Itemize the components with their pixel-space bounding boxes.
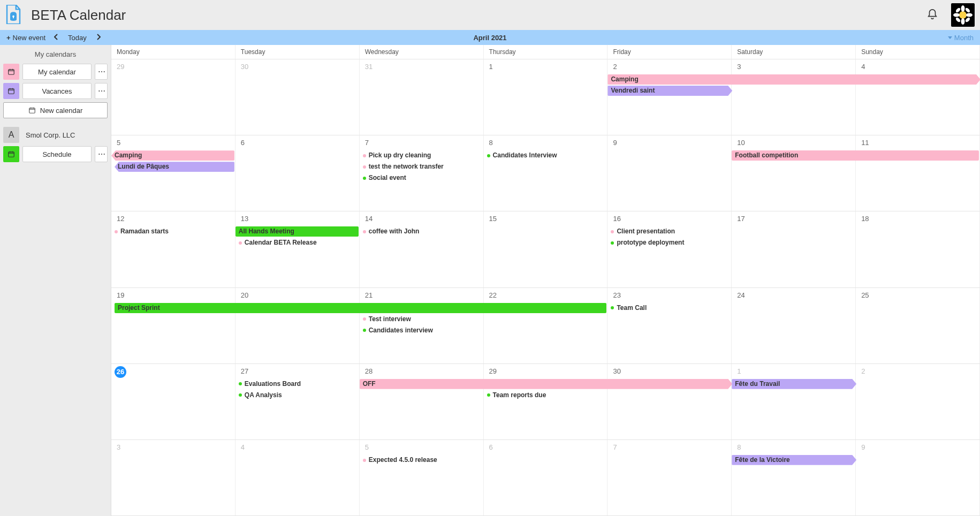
day-cell[interactable]: 1 <box>732 364 856 439</box>
event-dot[interactable]: Candidates Interview <box>484 150 607 161</box>
event-dot[interactable]: Ramadan starts <box>111 226 234 237</box>
prev-button[interactable] <box>49 34 64 42</box>
day-cell[interactable]: 14 <box>360 211 484 287</box>
day-number: 5 <box>365 443 369 451</box>
day-number: 7 <box>613 443 617 451</box>
next-button[interactable] <box>91 34 106 42</box>
day-cell[interactable]: 6 <box>235 135 360 211</box>
day-cell[interactable]: 5 <box>360 440 484 515</box>
svg-point-4 <box>961 5 965 12</box>
day-number: 23 <box>613 291 620 299</box>
day-number: 14 <box>365 215 373 223</box>
day-cell[interactable]: 9 <box>856 440 980 515</box>
day-cell[interactable]: 16 <box>607 211 732 287</box>
event-dot[interactable]: Expected 4.5.0 release <box>360 455 483 465</box>
event-dot[interactable]: Social event <box>360 173 483 183</box>
calendar-menu-button[interactable]: ⋯ <box>95 146 108 162</box>
day-cell[interactable]: 27 <box>235 364 360 439</box>
calendar-name-button[interactable]: Vacances <box>22 83 92 99</box>
day-cell[interactable]: 11 <box>856 135 980 211</box>
event-bar[interactable]: Vendredi saint <box>607 86 732 96</box>
event-bar[interactable]: Project Sprint <box>115 303 606 313</box>
day-cell[interactable]: 4 <box>856 59 980 135</box>
day-cell[interactable]: 18 <box>856 211 980 287</box>
day-cell[interactable]: 20 <box>235 288 360 363</box>
day-cell[interactable]: 2 <box>856 364 980 439</box>
event-bar[interactable]: Fête de la Victoire <box>732 455 856 465</box>
event-dot[interactable]: Team reports due <box>484 390 607 400</box>
today-button[interactable]: Today <box>64 34 91 42</box>
event-bar[interactable]: Camping <box>607 74 980 85</box>
day-cell[interactable]: 26 <box>111 364 235 439</box>
day-cell[interactable]: 1 <box>484 59 608 135</box>
event-dot[interactable]: Client presentation <box>607 226 731 237</box>
day-cell[interactable]: 7 <box>607 440 732 515</box>
day-cell[interactable]: 9 <box>607 135 732 211</box>
event-dot[interactable]: Pick up dry cleaning <box>360 150 483 161</box>
svg-rect-13 <box>9 70 14 74</box>
day-cell[interactable]: 28 <box>360 364 484 439</box>
day-cell[interactable]: 23 <box>607 288 732 363</box>
calendar-name-button[interactable]: Schedule <box>22 146 92 162</box>
period-label: April 2021 <box>473 34 506 42</box>
event-bar[interactable]: All Hands Meeting <box>235 226 359 237</box>
notifications-icon[interactable] <box>926 9 938 22</box>
day-cell[interactable]: 17 <box>732 211 856 287</box>
day-cell[interactable]: 4 <box>235 440 360 515</box>
day-cell[interactable]: 29 <box>111 59 235 135</box>
day-cell[interactable]: 19 <box>111 288 235 363</box>
day-number: 12 <box>117 215 124 223</box>
day-cell[interactable]: 6 <box>484 440 608 515</box>
day-cell[interactable]: 3 <box>732 59 856 135</box>
event-bar[interactable]: OFF <box>360 379 733 389</box>
event-bar[interactable]: Camping <box>111 150 234 161</box>
day-number: 17 <box>737 215 745 223</box>
day-cell[interactable]: 15 <box>484 211 608 287</box>
sidebar: My calendars My calendar⋯Vacances⋯ New c… <box>0 45 111 516</box>
calendar-grid: MondayTuesdayWednesdayThursdayFridaySatu… <box>111 45 980 516</box>
event-dot[interactable]: prototype deployment <box>607 238 731 248</box>
day-number: 21 <box>365 291 373 299</box>
event-dot[interactable]: Evaluations Board <box>235 379 359 389</box>
calendar-color-swatch[interactable] <box>3 83 19 99</box>
day-cell[interactable]: 24 <box>732 288 856 363</box>
day-number: 29 <box>117 63 124 71</box>
calendar-name-button[interactable]: My calendar <box>22 64 92 80</box>
event-dot[interactable]: Calendar BETA Release <box>235 238 359 248</box>
day-cell[interactable]: 13 <box>235 211 360 287</box>
avatar[interactable] <box>951 3 975 27</box>
event-bar[interactable]: Lundi de Pâques <box>115 162 234 172</box>
event-dot[interactable]: Test interview <box>360 314 483 324</box>
day-cell[interactable]: 5 <box>111 135 235 211</box>
event-bar[interactable]: Fête du Travail <box>732 379 856 389</box>
day-number: 6 <box>489 443 493 451</box>
calendar-color-swatch[interactable] <box>3 64 19 80</box>
sidebar-section-title: My calendars <box>3 48 108 60</box>
view-switch[interactable]: Month <box>945 34 977 42</box>
day-cell[interactable]: 29 <box>484 364 608 439</box>
event-bar[interactable]: Football competition <box>732 150 979 161</box>
org-row: A Smol Corp. LLC <box>3 127 108 143</box>
day-cell[interactable]: 2 <box>607 59 732 135</box>
day-cell[interactable]: 31 <box>360 59 484 135</box>
calendar-menu-button[interactable]: ⋯ <box>95 64 108 80</box>
day-cell[interactable]: 22 <box>484 288 608 363</box>
day-cell[interactable]: 30 <box>235 59 360 135</box>
event-dot[interactable]: coffee with John <box>360 226 483 237</box>
day-number: 16 <box>613 215 620 223</box>
event-dot[interactable]: Candidates interview <box>360 325 483 336</box>
new-calendar-button[interactable]: New calendar <box>3 102 108 118</box>
calendar-color-swatch[interactable] <box>3 146 19 162</box>
day-cell[interactable]: 10 <box>732 135 856 211</box>
event-dot[interactable]: test the network transfer <box>360 162 483 172</box>
day-cell[interactable]: 3 <box>111 440 235 515</box>
new-event-button[interactable]: + New event <box>3 34 49 42</box>
calendar-menu-button[interactable]: ⋯ <box>95 83 108 99</box>
day-cell[interactable]: 8 <box>484 135 608 211</box>
event-dot[interactable]: QA Analysis <box>235 390 359 400</box>
day-cell[interactable]: 8 <box>732 440 856 515</box>
day-cell[interactable]: 30 <box>607 364 732 439</box>
day-cell[interactable]: 25 <box>856 288 980 363</box>
day-cell[interactable]: 12 <box>111 211 235 287</box>
event-dot[interactable]: Team Call <box>607 303 731 313</box>
